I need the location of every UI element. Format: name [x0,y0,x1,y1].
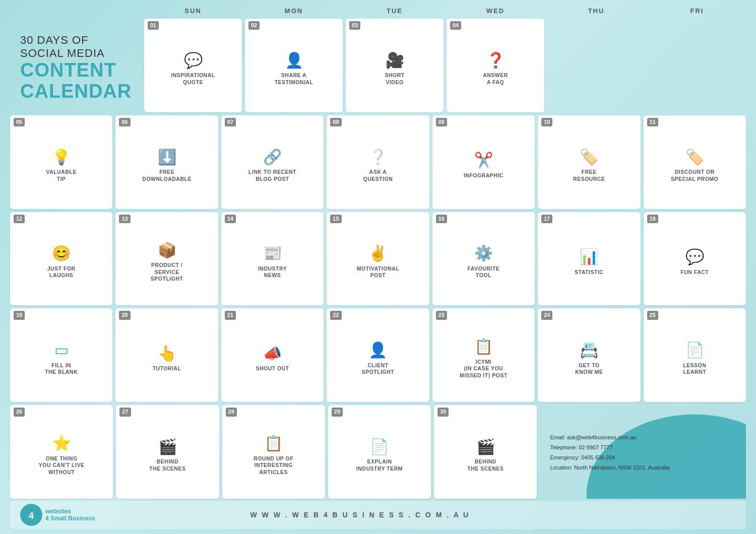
day-22-num: 22 [330,311,341,319]
day-02-cell: 02 👤 SHARE ATESTIMONIAL [245,19,343,112]
day-03-num: 03 [349,21,360,30]
day-15-icon: ✌️ [368,243,387,263]
contact-telephone: Telephone: 02 9907 7777 [550,443,741,453]
day-01-label: INSPIRATIONALQUOTE [171,72,215,86]
header-sun: SUN [144,5,242,17]
contact-location: Location: North Narrabeen, NSW 2101, Aus… [550,463,741,473]
day-13-num: 13 [119,215,130,223]
day-14-icon: 📰 [263,243,282,263]
day-15-num: 15 [330,215,341,223]
day-24-cell: 24 📇 GET TOKNOW ME [538,308,640,402]
grid-section: 30 DAYS OF SOCIAL MEDIA CONTENT CALENDAR… [10,19,746,499]
day-05-label: VALUABLETIP [46,169,77,182]
day-21-label: SHOUT OUT [256,365,289,372]
day-22-label: CLIENTSPOTLIGHT [362,362,395,376]
day-26-icon: ⭐ [52,433,71,453]
day-24-icon: 📇 [580,340,598,360]
day-22-icon: 👤 [368,340,387,360]
day-26-num: 26 [14,408,25,416]
day-04-icon: ❓ [486,50,505,70]
logo-line1: websites [45,508,95,515]
day-25-label: LESSONLEARNT [683,362,706,376]
day-29-label: EXPLAININDUSTRY TERM [356,458,403,472]
contact-email: Email: ask@web4business.com.au [550,433,741,443]
header-fri: FRI [648,5,746,17]
day-14-cell: 14 📰 INDUSTRYNEWS [221,212,324,306]
day-04-cell: 04 ❓ ANSWERA FAQ [447,19,544,112]
day-17-icon: 📊 [580,247,598,267]
day-05-num: 05 [14,118,25,126]
header-mon: MON [245,5,343,17]
day-06-label: FREEDOWNLOADABLE [142,169,192,182]
week-row-1: 30 DAYS OF SOCIAL MEDIA CONTENT CALENDAR… [10,19,746,112]
day-29-num: 29 [332,408,343,416]
day-21-icon: 📣 [263,343,282,363]
day-08-cell: 08 ❔ ASK AQUESTION [327,115,429,209]
day-27-num: 27 [119,408,131,416]
header-tue: TUE [346,5,444,17]
day-24-num: 24 [541,311,552,319]
calendar-wrapper: SUN MON TUE WED THU FRI 30 DAYS OF SOCIA… [0,0,756,534]
day-18-cell: 18 💬 FUN FACT [644,212,746,306]
day-20-icon: 👆 [158,343,176,363]
day-13-icon: 📦 [158,240,176,260]
logo-area: 4 websites 4 Small Business [20,504,95,526]
day-30-label: BEHINDTHE SCENES [467,458,503,472]
day-23-icon: 📋 [474,337,493,357]
day-23-label: ICYMI(IN CASE YOUMISSED IT) POST [460,359,508,379]
day-03-label: SHORTVIDEO [385,72,404,86]
day-03-icon: 🎥 [386,50,404,70]
day-01-icon: 💬 [184,50,203,70]
day-28-num: 28 [226,408,237,416]
svg-text:4: 4 [29,511,34,521]
day-11-num: 11 [647,118,658,126]
day-14-label: INDUSTRYNEWS [258,265,287,279]
day-11-icon: 🏷️ [685,147,704,167]
day-27-cell: 27 🎬 BEHINDTHE SCENES [116,405,219,499]
day-01-cell: 01 💬 INSPIRATIONALQUOTE [144,19,242,112]
day-07-num: 07 [225,118,236,126]
day-04-num: 04 [450,21,461,30]
day-05-cell: 05 💡 VALUABLETIP [10,115,112,209]
day-01-num: 01 [148,21,159,30]
contact-info: Email: ask@web4business.com.au Telephone… [550,433,741,473]
day-02-num: 02 [248,21,260,30]
title-cell: 30 DAYS OF SOCIAL MEDIA CONTENT CALENDAR [10,19,141,112]
footer-url: W W W . W E B 4 B U S I N E S S . C O M … [250,511,470,519]
day-06-cell: 06 ⬇️ FREEDOWNLOADABLE [115,115,218,209]
day-24-label: GET TOKNOW ME [575,362,603,376]
header-wed: WED [447,5,544,17]
day-22-cell: 22 👤 CLIENTSPOTLIGHT [327,308,429,402]
day-17-num: 17 [541,215,552,223]
day-20-cell: 20 👆 TUTORIAL [115,308,218,402]
day-19-label: FILL INTHE BLANK [45,362,78,376]
calendar-subtitle: 30 DAYS OF SOCIAL MEDIA [20,34,133,60]
day-15-cell: 15 ✌️ MOTIVATIONALPOST [327,212,429,306]
day-29-icon: 📄 [370,436,389,456]
contact-emergency: Emergency: 0405 636 204 [550,453,741,463]
day-16-icon: ⚙️ [474,243,493,263]
day-03-cell: 03 🎥 SHORTVIDEO [346,19,444,112]
week-row-3: 12 😊 JUST FORLAUGHS 13 📦 PRODUCT /SERVIC… [10,212,746,306]
day-15-label: MOTIVATIONALPOST [357,265,399,279]
day-12-icon: 😊 [52,243,71,263]
logo-line2: 4 Small Business [45,515,95,522]
logo-icon: 4 [20,504,42,526]
day-30-icon: 🎬 [476,436,495,456]
day-04-label: ANSWERA FAQ [483,72,508,86]
contact-cell: Email: ask@web4business.com.au Telephone… [540,405,746,499]
day-10-cell: 10 🏷️ FREERESOURCE [538,115,640,209]
calendar-main-title: CONTENT CALENDAR [20,60,133,102]
day-30-cell: 30 🎬 BEHINDTHE SCENES [434,405,537,499]
day-10-num: 10 [541,118,552,126]
day-07-label: LINK TO RECENTBLOG POST [248,169,296,182]
day-07-cell: 07 🔗 LINK TO RECENTBLOG POST [221,115,324,209]
day-06-icon: ⬇️ [158,147,176,167]
day-07-icon: 🔗 [263,147,282,167]
day-28-label: ROUND UP OFINTERESTINGARTICLES [254,455,293,476]
day-08-icon: ❔ [368,147,387,167]
day-26-cell: 26 ⭐ ONE THINGYOU CAN'T LIVEWITHOUT [10,405,113,499]
day-25-icon: 📄 [685,340,704,360]
day-05-icon: 💡 [52,147,71,167]
day-20-label: TUTORIAL [153,365,181,372]
